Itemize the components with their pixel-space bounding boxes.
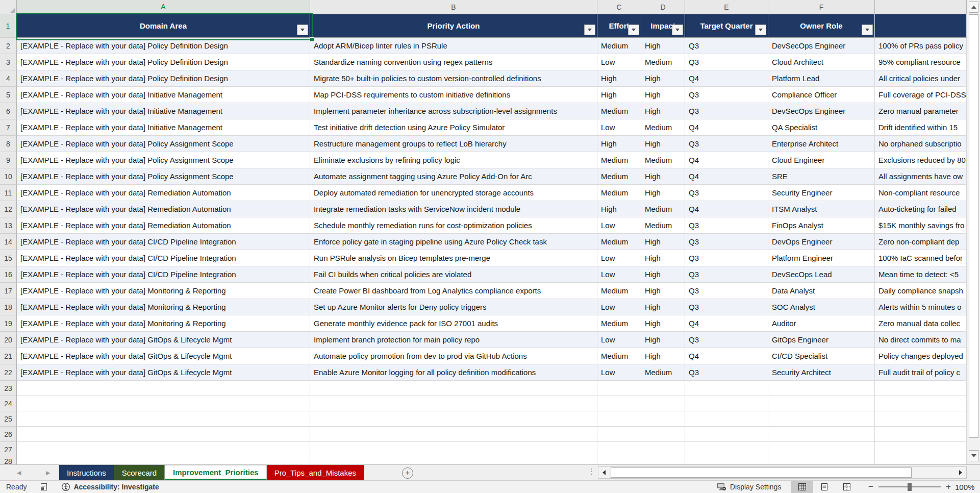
row-header-25[interactable]: 25 (0, 411, 17, 427)
cell[interactable]: Eliminate exclusions by refining policy … (310, 152, 597, 168)
select-all-button[interactable] (0, 0, 17, 14)
cell[interactable]: Integrate remediation tasks with Service… (310, 201, 597, 217)
cell[interactable]: High (641, 38, 685, 54)
cell[interactable]: High (641, 250, 685, 266)
cell[interactable]: Medium (597, 168, 641, 185)
cell[interactable]: Medium (641, 364, 685, 381)
cell[interactable] (685, 457, 768, 464)
row-header-5[interactable]: 5 (0, 87, 17, 103)
cell[interactable]: $15K monthly savings fro (875, 217, 967, 234)
cell[interactable] (17, 396, 310, 411)
table-header-cell[interactable]: Owner Role (768, 14, 875, 38)
cell[interactable]: SOC Analyst (768, 299, 875, 315)
cell[interactable]: Platform Lead (768, 70, 875, 87)
cell[interactable]: Schedule monthly remediation runs for co… (310, 217, 597, 234)
vertical-scrollbar-thumb[interactable] (969, 14, 978, 438)
cell[interactable] (875, 396, 967, 411)
cell[interactable]: High (641, 266, 685, 283)
cell[interactable]: [EXAMPLE - Replace with your data] Polic… (17, 70, 310, 87)
cell[interactable]: [EXAMPLE - Replace with your data] Monit… (17, 299, 310, 315)
column-header-E[interactable]: E (685, 0, 768, 14)
accessibility-status[interactable]: Accessibility: Investigate (61, 482, 159, 491)
cell[interactable] (641, 427, 685, 442)
cell[interactable] (17, 442, 310, 457)
cell[interactable]: [EXAMPLE - Replace with your data] Monit… (17, 315, 310, 332)
cell[interactable]: Platform Engineer (768, 250, 875, 266)
cell[interactable]: High (641, 103, 685, 119)
cell[interactable]: Q3 (685, 38, 768, 54)
cell[interactable]: Enterprise Architect (768, 136, 875, 152)
cell[interactable]: Low (597, 332, 641, 348)
cell[interactable] (768, 411, 875, 427)
cell[interactable]: Low (597, 119, 641, 136)
cell[interactable]: High (641, 70, 685, 87)
table-header-cell[interactable]: Priority Action (310, 14, 597, 38)
cell[interactable]: [EXAMPLE - Replace with your data] Polic… (17, 136, 310, 152)
cell[interactable]: High (641, 299, 685, 315)
horizontal-scrollbar-thumb[interactable] (611, 467, 912, 478)
cell[interactable]: [EXAMPLE - Replace with your data] GitOp… (17, 332, 310, 348)
row-header-12[interactable]: 12 (0, 201, 17, 217)
filter-dropdown-button[interactable] (672, 24, 683, 35)
cell[interactable]: [EXAMPLE - Replace with your data] Remed… (17, 185, 310, 201)
sheet-tab-scorecard[interactable]: Scorecard (114, 465, 165, 480)
cell[interactable]: High (641, 136, 685, 152)
cell[interactable]: Implement parameter inheritance across s… (310, 103, 597, 119)
cell[interactable]: Q3 (685, 332, 768, 348)
cell[interactable] (875, 427, 967, 442)
cell[interactable]: Q3 (685, 185, 768, 201)
cell[interactable]: High (641, 87, 685, 103)
cell[interactable]: Security Architect (768, 364, 875, 381)
cell[interactable]: Zero manual parameter (875, 103, 967, 119)
vertical-scrollbar[interactable] (967, 0, 980, 464)
cell[interactable]: Low (597, 364, 641, 381)
cell[interactable]: High (597, 70, 641, 87)
cell[interactable]: Non-compliant resource (875, 185, 967, 201)
cell[interactable]: [EXAMPLE - Replace with your data] Initi… (17, 119, 310, 136)
row-header-16[interactable]: 16 (0, 266, 17, 283)
cell[interactable]: Q4 (685, 70, 768, 87)
cell[interactable]: Run PSRule analysis on Bicep templates p… (310, 250, 597, 266)
cell[interactable]: Q3 (685, 250, 768, 266)
cell[interactable] (768, 427, 875, 442)
cell[interactable]: [EXAMPLE - Replace with your data] GitOp… (17, 348, 310, 364)
cell[interactable] (310, 427, 597, 442)
row-header-23[interactable]: 23 (0, 381, 17, 396)
cell[interactable] (875, 411, 967, 427)
cell[interactable]: Q3 (685, 234, 768, 250)
cell[interactable]: Medium (597, 38, 641, 54)
cell[interactable] (768, 381, 875, 396)
cell[interactable]: Q3 (685, 266, 768, 283)
cell[interactable]: 95% compliant resource (875, 54, 967, 70)
sheet-nav-prev-icon[interactable]: ◀ (17, 470, 21, 476)
cell[interactable]: Test initiative drift detection using Az… (310, 119, 597, 136)
display-settings-button[interactable]: Display Settings (717, 481, 781, 493)
zoom-out-button[interactable]: − (866, 482, 875, 492)
cell[interactable] (17, 411, 310, 427)
cell[interactable]: High (641, 283, 685, 299)
cell[interactable]: Medium (641, 217, 685, 234)
cell[interactable] (310, 396, 597, 411)
row-header-3[interactable]: 3 (0, 54, 17, 70)
cell[interactable] (641, 411, 685, 427)
zoom-slider-thumb[interactable] (908, 483, 912, 491)
cell[interactable]: Security Engineer (768, 185, 875, 201)
cell[interactable] (641, 381, 685, 396)
cell[interactable]: Q4 (685, 119, 768, 136)
cell[interactable] (597, 427, 641, 442)
cell[interactable]: [EXAMPLE - Replace with your data] Polic… (17, 38, 310, 54)
cell[interactable]: Low (597, 250, 641, 266)
cell[interactable]: [EXAMPLE - Replace with your data] CI/CD… (17, 234, 310, 250)
cell[interactable]: Q4 (685, 201, 768, 217)
cell[interactable]: Low (597, 217, 641, 234)
sheet-tab-pro_tips_and_mistakes[interactable]: Pro_Tips_and_Mistakes (267, 465, 364, 480)
cell[interactable] (17, 457, 310, 464)
zoom-level-button[interactable]: 100% (955, 481, 974, 493)
filter-dropdown-button[interactable] (297, 24, 308, 35)
row-header-4[interactable]: 4 (0, 70, 17, 87)
cell[interactable]: QA Specialist (768, 119, 875, 136)
row-header-6[interactable]: 6 (0, 103, 17, 119)
cell[interactable]: High (597, 136, 641, 152)
cell[interactable]: Adopt ARM/Bicep linter rules in PSRule (310, 38, 597, 54)
row-header-20[interactable]: 20 (0, 332, 17, 348)
